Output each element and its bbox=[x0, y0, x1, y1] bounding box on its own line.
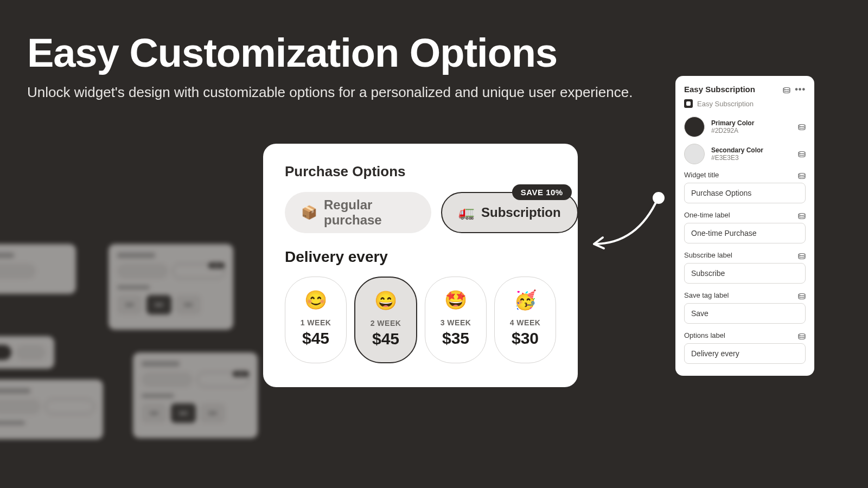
save-tag-input[interactable] bbox=[684, 303, 806, 324]
subscribe-label: Subscribe label bbox=[684, 251, 806, 259]
widget-preview: Purchase Options 📦 Regular purchase SAVE… bbox=[263, 144, 578, 387]
database-icon[interactable] bbox=[783, 86, 790, 93]
regular-purchase-label: Regular purchase bbox=[324, 197, 415, 228]
app-name: Easy Subscription bbox=[697, 100, 754, 108]
options-label: Options label bbox=[684, 331, 806, 339]
truck-icon: 🚛 bbox=[458, 205, 475, 220]
svg-point-6 bbox=[799, 294, 805, 296]
save-badge: SAVE 10% bbox=[512, 184, 572, 200]
svg-point-5 bbox=[799, 254, 805, 256]
secondary-color-label: Secondary Color bbox=[711, 146, 763, 154]
tier-price: $45 bbox=[290, 329, 342, 348]
tier-weeks: 1 WEEK bbox=[290, 318, 342, 327]
svg-point-2 bbox=[799, 152, 805, 154]
widget-title-input[interactable] bbox=[684, 183, 806, 203]
database-icon[interactable] bbox=[798, 332, 806, 339]
svg-point-7 bbox=[799, 334, 805, 336]
hero-subtitle: Unlock widget's design with customizable… bbox=[27, 84, 633, 101]
database-icon[interactable] bbox=[798, 172, 806, 178]
secondary-color-hex: #E3E3E3 bbox=[711, 154, 763, 162]
box-icon: 📦 bbox=[301, 205, 317, 220]
primary-color-label: Primary Color bbox=[711, 119, 754, 127]
app-icon bbox=[684, 99, 693, 108]
delivery-title: Delivery every bbox=[285, 248, 556, 266]
svg-point-3 bbox=[799, 174, 805, 176]
panel-title: Easy Subscription bbox=[684, 85, 755, 94]
widget-title-label: Widget title bbox=[684, 171, 806, 179]
tier-weeks: 3 WEEK bbox=[430, 318, 482, 327]
database-icon[interactable] bbox=[798, 252, 806, 259]
config-panel: Easy Subscription ••• Easy Subscription … bbox=[675, 76, 814, 376]
tier-1-week[interactable]: 😊 1 WEEK $45 bbox=[285, 277, 347, 363]
database-icon[interactable] bbox=[798, 150, 806, 157]
emoji-grin-icon: 😄 bbox=[360, 290, 412, 311]
tier-price: $30 bbox=[499, 329, 551, 348]
hero-title: Easy Customization Options bbox=[27, 30, 557, 76]
svg-point-0 bbox=[783, 87, 790, 89]
onetime-input[interactable] bbox=[684, 223, 806, 243]
database-icon[interactable] bbox=[798, 123, 806, 130]
tier-weeks: 4 WEEK bbox=[499, 318, 551, 327]
subscription-label: Subscription bbox=[481, 205, 561, 220]
database-icon[interactable] bbox=[798, 292, 806, 299]
options-input[interactable] bbox=[684, 343, 806, 364]
emoji-smile-icon: 😊 bbox=[290, 289, 342, 311]
svg-point-1 bbox=[799, 125, 805, 127]
widget-title: Purchase Options bbox=[285, 163, 556, 180]
primary-color-hex: #2D292A bbox=[711, 127, 754, 134]
primary-color-row[interactable]: Primary Color #2D292A bbox=[684, 117, 806, 137]
secondary-color-row[interactable]: Secondary Color #E3E3E3 bbox=[684, 144, 806, 164]
subscribe-input[interactable] bbox=[684, 263, 806, 284]
tier-price: $35 bbox=[430, 329, 482, 348]
emoji-party-icon: 🥳 bbox=[499, 289, 551, 311]
regular-purchase-option[interactable]: 📦 Regular purchase bbox=[285, 192, 431, 233]
tier-4-week[interactable]: 🥳 4 WEEK $30 bbox=[494, 277, 556, 363]
tier-price: $45 bbox=[360, 330, 412, 348]
secondary-color-swatch[interactable] bbox=[684, 144, 705, 164]
subscription-option[interactable]: SAVE 10% 🚛 Subscription bbox=[441, 192, 578, 233]
primary-color-swatch[interactable] bbox=[684, 117, 705, 137]
connector-arrow bbox=[589, 179, 670, 249]
tier-2-week[interactable]: 😄 2 WEEK $45 bbox=[354, 277, 417, 363]
tier-3-week[interactable]: 🤩 3 WEEK $35 bbox=[425, 277, 487, 363]
save-tag-label: Save tag label bbox=[684, 291, 806, 299]
onetime-label: One-time label bbox=[684, 211, 806, 219]
svg-point-4 bbox=[799, 214, 805, 216]
database-icon[interactable] bbox=[798, 212, 806, 219]
tier-weeks: 2 WEEK bbox=[360, 319, 412, 328]
emoji-starry-icon: 🤩 bbox=[430, 289, 482, 311]
